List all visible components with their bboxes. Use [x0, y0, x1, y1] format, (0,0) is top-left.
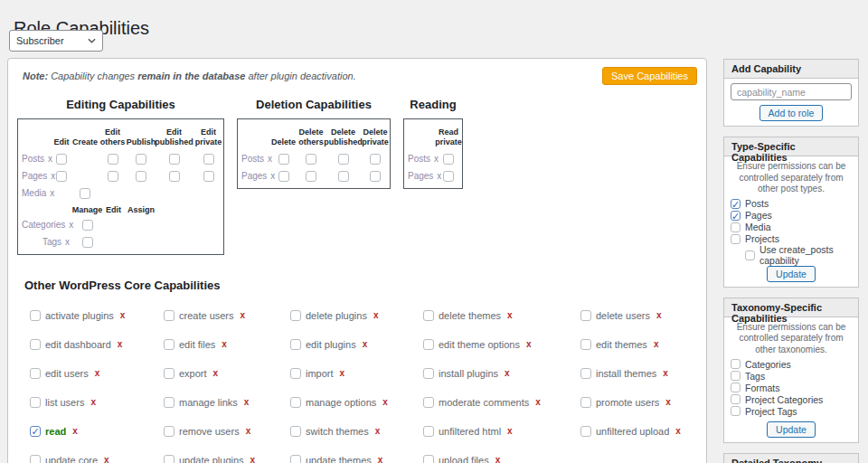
checkbox[interactable]: [423, 397, 434, 408]
checkbox[interactable]: [278, 154, 289, 165]
checkbox[interactable]: [164, 368, 175, 379]
remove-capability-link[interactable]: x: [363, 339, 368, 349]
checkbox[interactable]: [290, 368, 301, 379]
checkbox[interactable]: [56, 171, 67, 182]
remove-capability-link[interactable]: x: [507, 310, 513, 320]
taxonomy-specific-update-button[interactable]: Update: [767, 421, 816, 438]
remove-capability-link[interactable]: x: [95, 368, 100, 378]
type-specific-update-button[interactable]: Update: [767, 266, 816, 282]
remove-capability-link[interactable]: x: [526, 339, 532, 349]
checkbox[interactable]: [30, 397, 41, 408]
column-header: Assign: [125, 202, 157, 216]
checkbox[interactable]: [278, 171, 289, 182]
add-to-role-button[interactable]: Add to role: [760, 105, 824, 121]
remove-capability-link[interactable]: x: [495, 455, 501, 463]
checkbox[interactable]: [56, 154, 67, 165]
checkbox[interactable]: [30, 310, 41, 321]
checkbox[interactable]: [443, 154, 454, 165]
checkbox[interactable]: [169, 154, 180, 165]
remove-capability-link[interactable]: x: [505, 368, 510, 378]
capability-name-input[interactable]: [731, 83, 852, 100]
checkbox[interactable]: [745, 250, 755, 260]
checkbox[interactable]: [203, 154, 214, 165]
remove-capability-link[interactable]: x: [65, 237, 70, 247]
remove-capability-link[interactable]: x: [241, 310, 246, 320]
checkbox[interactable]: [164, 426, 175, 437]
checkbox[interactable]: [30, 339, 41, 350]
checkbox[interactable]: [306, 154, 316, 165]
checkbox[interactable]: [370, 171, 381, 182]
remove-capability-link[interactable]: x: [222, 339, 227, 349]
checkbox[interactable]: [580, 426, 591, 437]
checkbox[interactable]: [423, 310, 434, 321]
remove-capability-link[interactable]: x: [375, 426, 381, 436]
checkbox[interactable]: [731, 383, 741, 392]
checkbox[interactable]: [580, 339, 591, 350]
checkbox[interactable]: [164, 339, 175, 350]
checkbox[interactable]: [580, 368, 591, 379]
role-select[interactable]: Subscriber: [9, 30, 103, 52]
checkbox[interactable]: [164, 310, 175, 321]
checkbox[interactable]: [731, 394, 741, 404]
checkbox[interactable]: [731, 234, 741, 244]
remove-capability-link[interactable]: x: [72, 426, 78, 436]
remove-capability-link[interactable]: x: [373, 310, 379, 320]
checkbox[interactable]: [370, 154, 381, 165]
remove-capability-link[interactable]: x: [535, 397, 541, 407]
checkbox[interactable]: [731, 406, 741, 416]
checkbox[interactable]: [30, 455, 41, 463]
checkbox[interactable]: [290, 455, 301, 463]
checkbox[interactable]: [290, 310, 301, 321]
checkbox[interactable]: [136, 154, 146, 165]
checkbox[interactable]: [423, 455, 434, 463]
remove-capability-link[interactable]: x: [663, 368, 668, 378]
checkbox[interactable]: [169, 171, 180, 182]
remove-capability-link[interactable]: x: [90, 397, 96, 407]
remove-capability-link[interactable]: x: [340, 368, 345, 378]
checkbox[interactable]: [423, 339, 434, 350]
checkbox[interactable]: [731, 211, 741, 221]
remove-capability-link[interactable]: x: [120, 310, 126, 320]
checkbox[interactable]: [338, 171, 349, 182]
checkbox[interactable]: [731, 359, 741, 369]
checkbox[interactable]: [423, 368, 434, 379]
checkbox[interactable]: [338, 154, 349, 165]
checkbox[interactable]: [306, 171, 316, 182]
remove-capability-link[interactable]: x: [675, 426, 681, 436]
capability-label: moderate comments: [439, 397, 529, 408]
remove-capability-link[interactable]: x: [118, 339, 123, 349]
checkbox[interactable]: [423, 426, 434, 437]
checkbox[interactable]: [290, 426, 301, 437]
checkbox[interactable]: [80, 188, 90, 199]
save-capabilities-button[interactable]: Save Capabilities: [602, 67, 697, 85]
remove-capability-link[interactable]: x: [656, 310, 662, 320]
remove-capability-link[interactable]: x: [507, 426, 513, 436]
checkbox[interactable]: [108, 171, 118, 182]
checkbox[interactable]: [290, 339, 301, 350]
checkbox[interactable]: [108, 154, 118, 165]
remove-capability-link[interactable]: x: [246, 426, 251, 436]
checkbox[interactable]: [731, 371, 741, 381]
remove-capability-link[interactable]: x: [250, 455, 256, 463]
remove-capability-link[interactable]: x: [213, 368, 219, 378]
checkbox[interactable]: [290, 397, 301, 408]
checkbox[interactable]: [731, 199, 741, 209]
checkbox[interactable]: [443, 171, 454, 182]
remove-capability-link[interactable]: x: [104, 455, 109, 463]
checkbox[interactable]: [580, 310, 591, 321]
checkbox[interactable]: [30, 426, 41, 437]
checkbox[interactable]: [136, 171, 146, 182]
checkbox[interactable]: [580, 397, 591, 408]
remove-capability-link[interactable]: x: [378, 455, 383, 463]
checkbox[interactable]: [164, 397, 175, 408]
remove-capability-link[interactable]: x: [382, 397, 388, 407]
checkbox[interactable]: [30, 368, 41, 379]
remove-capability-link[interactable]: x: [654, 339, 659, 349]
checkbox[interactable]: [731, 222, 741, 232]
checkbox[interactable]: [164, 455, 175, 463]
remove-capability-link[interactable]: x: [665, 397, 671, 407]
checkbox[interactable]: [82, 220, 93, 231]
remove-capability-link[interactable]: x: [244, 397, 250, 407]
checkbox[interactable]: [82, 237, 93, 248]
checkbox[interactable]: [203, 171, 214, 182]
